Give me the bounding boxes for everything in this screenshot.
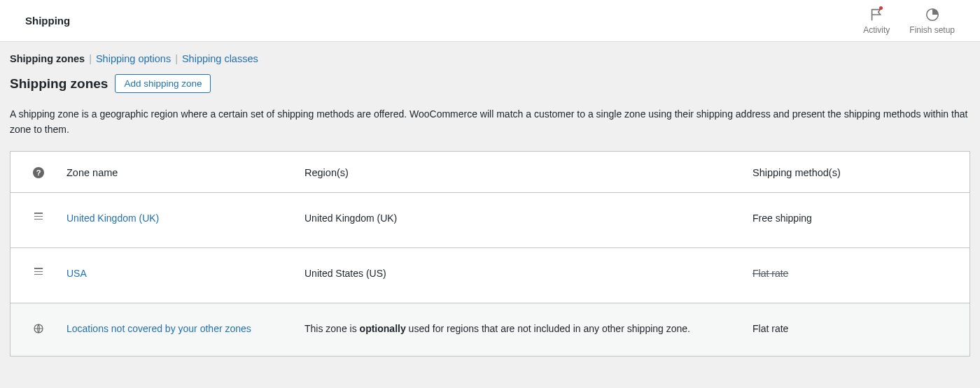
activity-flag-icon bbox=[869, 7, 884, 22]
sub-navigation: Shipping zones | Shipping options | Ship… bbox=[10, 53, 970, 74]
zone-method-cell: Flat rate bbox=[752, 303, 969, 356]
zone-method-cell: Flat rate bbox=[752, 248, 969, 303]
header-actions: Activity Finish setup bbox=[863, 7, 955, 35]
header-method: Shipping method(s) bbox=[752, 152, 969, 192]
zone-region-cell: United Kingdom (UK) bbox=[304, 193, 752, 247]
subnav-zones[interactable]: Shipping zones bbox=[10, 53, 85, 64]
table-row: USA United States (US) Flat rate bbox=[10, 248, 969, 303]
content-area: Shipping zones | Shipping options | Ship… bbox=[0, 42, 980, 368]
finish-setup-label: Finish setup bbox=[909, 25, 955, 35]
drag-handle-icon[interactable] bbox=[34, 268, 43, 275]
activity-label: Activity bbox=[863, 25, 890, 35]
zone-name-cell: Locations not covered by your other zone… bbox=[66, 303, 304, 356]
zone-name-cell: USA bbox=[66, 248, 304, 303]
zone-name-link[interactable]: Locations not covered by your other zone… bbox=[66, 323, 251, 334]
add-shipping-zone-button[interactable]: Add shipping zone bbox=[115, 74, 211, 93]
zone-region-cell: United States (US) bbox=[304, 248, 752, 303]
globe-cell bbox=[10, 303, 66, 356]
finish-setup-button[interactable]: Finish setup bbox=[909, 7, 955, 35]
help-icon[interactable]: ? bbox=[33, 167, 44, 178]
notification-dot-icon bbox=[879, 6, 883, 10]
progress-circle-icon bbox=[925, 7, 940, 22]
zone-name-link[interactable]: United Kingdom (UK) bbox=[66, 213, 159, 224]
zone-region-cell: This zone is optionally used for regions… bbox=[304, 303, 752, 356]
zone-method-cell: Free shipping bbox=[752, 193, 969, 247]
header-name: Zone name bbox=[66, 152, 304, 192]
drag-handle-cell bbox=[10, 248, 66, 303]
zone-name-link[interactable]: USA bbox=[66, 268, 87, 279]
drag-handle-cell bbox=[10, 193, 66, 247]
title-row: Shipping zones Add shipping zone bbox=[10, 74, 970, 93]
zone-name-cell: United Kingdom (UK) bbox=[66, 193, 304, 247]
section-description: A shipping zone is a geographic region w… bbox=[10, 107, 970, 137]
table-header-row: ? Zone name Region(s) Shipping method(s) bbox=[10, 152, 969, 193]
activity-button[interactable]: Activity bbox=[863, 7, 890, 35]
header-bar: Shipping Activity Finish setup bbox=[0, 0, 980, 42]
header-help-cell: ? bbox=[10, 152, 66, 192]
table-row: United Kingdom (UK) United Kingdom (UK) … bbox=[10, 193, 969, 248]
separator: | bbox=[89, 53, 92, 64]
drag-handle-icon[interactable] bbox=[34, 213, 43, 220]
page-header-title: Shipping bbox=[25, 15, 70, 27]
region-text-bold: optionally bbox=[360, 323, 406, 334]
separator: | bbox=[175, 53, 178, 64]
globe-icon bbox=[33, 323, 44, 336]
subnav-classes[interactable]: Shipping classes bbox=[182, 53, 258, 64]
section-title: Shipping zones bbox=[10, 76, 108, 92]
region-text-prefix: This zone is bbox=[304, 323, 360, 334]
zone-method-strike: Flat rate bbox=[752, 268, 788, 279]
region-text-suffix: used for regions that are not included i… bbox=[406, 323, 690, 334]
header-region: Region(s) bbox=[304, 152, 752, 192]
subnav-options[interactable]: Shipping options bbox=[96, 53, 171, 64]
table-footer-row: Locations not covered by your other zone… bbox=[10, 303, 969, 356]
shipping-zones-table: ? Zone name Region(s) Shipping method(s)… bbox=[10, 151, 970, 357]
